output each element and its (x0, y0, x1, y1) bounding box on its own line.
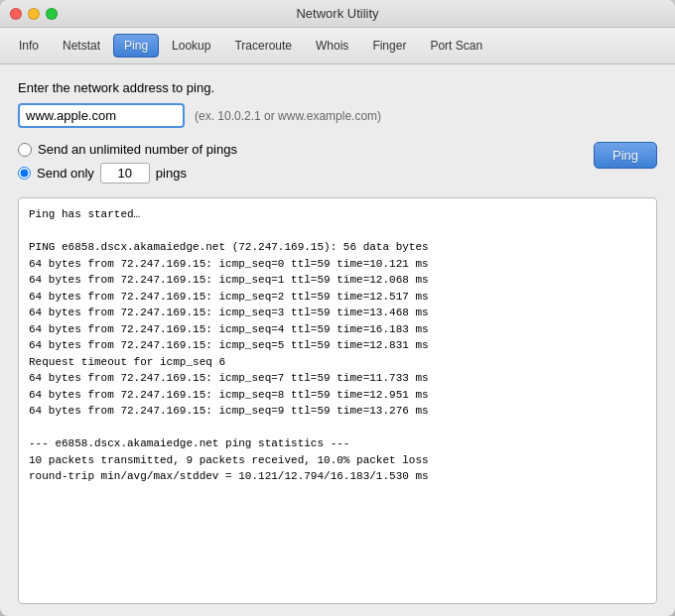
unlimited-label: Send an unlimited number of pings (38, 142, 237, 157)
ping-count-input[interactable] (100, 163, 150, 184)
window-title: Network Utility (296, 6, 378, 21)
unlimited-radio[interactable] (18, 143, 32, 157)
window-controls (10, 8, 58, 20)
minimize-button[interactable] (28, 8, 40, 20)
tab-traceroute[interactable]: Traceroute (223, 34, 303, 58)
tab-lookup[interactable]: Lookup (161, 34, 221, 58)
pings-label: pings (156, 166, 187, 181)
main-content: Enter the network address to ping. (ex. … (0, 64, 675, 616)
tab-finger[interactable]: Finger (361, 34, 417, 58)
sendonly-radio-row: Send only pings (18, 163, 237, 184)
tab-whois[interactable]: Whois (305, 34, 359, 58)
hint-text: (ex. 10.0.2.1 or www.example.com) (195, 109, 381, 123)
app-window: Network Utility Info Netstat Ping Lookup… (0, 0, 675, 616)
tab-netstat[interactable]: Netstat (52, 34, 111, 58)
titlebar: Network Utility (0, 0, 675, 28)
address-row: (ex. 10.0.2.1 or www.example.com) (18, 103, 657, 128)
sendonly-radio[interactable] (18, 167, 31, 180)
ping-button[interactable]: Ping (594, 142, 657, 169)
tab-toolbar: Info Netstat Ping Lookup Traceroute Whoi… (0, 28, 675, 64)
ping-options: Send an unlimited number of pings Send o… (18, 142, 237, 184)
tab-ping[interactable]: Ping (113, 34, 159, 58)
ping-output: Ping has started… PING e6858.dscx.akamai… (18, 197, 657, 604)
unlimited-radio-row: Send an unlimited number of pings (18, 142, 237, 157)
tab-info[interactable]: Info (8, 34, 50, 58)
tab-portscan[interactable]: Port Scan (419, 34, 493, 58)
sendonly-label: Send only (37, 166, 94, 181)
maximize-button[interactable] (46, 8, 58, 20)
close-button[interactable] (10, 8, 22, 20)
prompt-label: Enter the network address to ping. (18, 80, 657, 95)
address-input[interactable] (18, 103, 185, 128)
